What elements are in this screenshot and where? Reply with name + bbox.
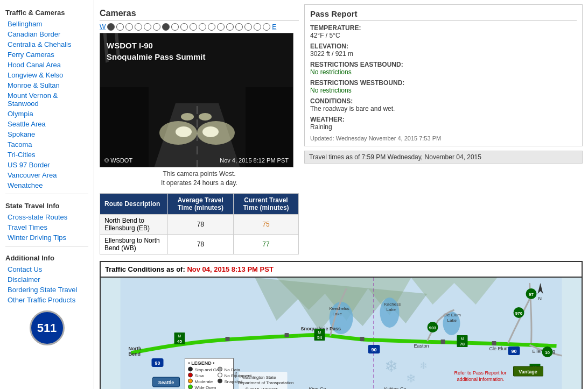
svg-text:Lake: Lake xyxy=(333,312,342,316)
camera-dot-17[interactable] xyxy=(254,23,261,31)
svg-point-87 xyxy=(188,379,193,383)
svg-text:Department of Transportation: Department of Transportation xyxy=(238,380,294,385)
svg-point-8 xyxy=(199,113,212,121)
svg-text:Cle Elum: Cle Elum xyxy=(444,313,461,317)
conditions-value: The roadway is bare and wet. xyxy=(310,105,577,112)
camera-copyright: © WSDOT xyxy=(104,157,132,164)
weather-label: WEATHER: xyxy=(310,116,577,123)
sidebar-item-seattle[interactable]: Seattle Area xyxy=(0,119,94,129)
restrictions-eb-label: RESTRICTIONS EASTBOUND: xyxy=(310,61,577,68)
svg-text:Bend: Bend xyxy=(129,351,141,357)
svg-text:• LEGEND •: • LEGEND • xyxy=(188,360,215,366)
logo-container: 511 xyxy=(0,310,94,345)
temp-label: TEMPERATURE: xyxy=(310,24,577,32)
svg-text:970: 970 xyxy=(515,311,523,316)
table-row: North Bend to Ellensburg (EB) 78 75 xyxy=(100,214,299,234)
svg-text:Keechelus: Keechelus xyxy=(330,306,349,311)
svg-text:903: 903 xyxy=(429,326,437,330)
camera-dot-10[interactable] xyxy=(190,23,197,31)
svg-point-7 xyxy=(181,113,194,121)
sidebar-item-bordering[interactable]: Bordering State Travel xyxy=(0,285,94,295)
svg-text:No Data: No Data xyxy=(225,367,241,372)
sidebar-item-olympia[interactable]: Olympia xyxy=(0,109,94,119)
svg-rect-23 xyxy=(492,341,496,345)
svg-text:90: 90 xyxy=(371,347,376,352)
traffic-map: Snoqualmie Pass North Bend Keechelus Lak… xyxy=(100,278,583,389)
svg-text:Lake: Lake xyxy=(447,318,457,323)
camera-dot-4[interactable] xyxy=(135,23,142,31)
sidebar-item-hood-canal[interactable]: Hood Canal Area xyxy=(0,60,94,70)
svg-text:Lake: Lake xyxy=(387,307,396,312)
traffic-conditions-section: Traffic Conditions as of: Nov 04, 2015 8… xyxy=(100,261,583,389)
sidebar-item-tacoma[interactable]: Tacoma xyxy=(0,139,94,150)
west-label[interactable]: W xyxy=(100,23,106,31)
sidebar-item-longview[interactable]: Longview & Kelso xyxy=(0,70,94,80)
camera-dot-16[interactable] xyxy=(244,23,252,31)
camera-dot-13[interactable] xyxy=(217,23,225,31)
camera-dot-12[interactable] xyxy=(208,23,215,31)
sidebar-item-winter-tips[interactable]: Winter Driving Tips xyxy=(0,232,94,243)
camera-dot-5[interactable] xyxy=(144,23,151,31)
camera-image: //// WSDOT I-90 Snoqualmie Pass Summit ©… xyxy=(100,33,293,167)
sidebar-item-us97[interactable]: US 97 Border xyxy=(0,160,94,170)
current-1: 75 xyxy=(234,214,299,234)
svg-point-85 xyxy=(188,373,193,377)
sidebar-item-monroe[interactable]: Monroe & Sultan xyxy=(0,80,94,90)
camera-dot-1[interactable] xyxy=(107,23,115,31)
sidebar-item-wenatchee[interactable]: Wenatchee xyxy=(0,180,94,190)
camera-dot-14[interactable] xyxy=(226,23,234,31)
camera-dot-2[interactable] xyxy=(116,23,124,31)
sidebar-item-vancouver[interactable]: Vancouver Area xyxy=(0,170,94,180)
sidebar-item-cross-state[interactable]: Cross-state Routes xyxy=(0,212,94,222)
svg-text:10: 10 xyxy=(545,350,550,355)
svg-point-91 xyxy=(218,367,222,371)
sidebar-item-canadian-border[interactable]: Canadian Border xyxy=(0,29,94,39)
sidebar-item-other-products[interactable]: Other Traffic Products xyxy=(0,295,94,305)
sidebar-item-spokane[interactable]: Spokane xyxy=(0,129,94,139)
avg-1: 78 xyxy=(167,214,233,234)
sidebar-item-ferry[interactable]: Ferry Cameras xyxy=(0,49,94,60)
svg-rect-10 xyxy=(100,87,149,167)
camera-dot-11[interactable] xyxy=(199,23,206,31)
sidebar-item-bellingham[interactable]: Bellingham xyxy=(0,19,94,29)
pass-report-panel: Pass Report TEMPERATURE: 42°F / 5°C ELEV… xyxy=(304,4,583,254)
table-col-avg: Average Travel Time (minutes) xyxy=(167,193,233,214)
sidebar-item-tri-cities[interactable]: Tri-Cities xyxy=(0,150,94,160)
map-svg: Snoqualmie Pass North Bend Keechelus Lak… xyxy=(101,278,582,389)
conditions-label: CONDITIONS: xyxy=(310,97,577,105)
svg-text:Stop and Go: Stop and Go xyxy=(195,367,219,372)
restrictions-eb-value: No restrictions xyxy=(310,68,577,76)
camera-dot-6[interactable] xyxy=(153,23,160,31)
sidebar-item-mount-vernon[interactable]: Mount Vernon & Stanwood xyxy=(0,90,94,109)
svg-text:❄: ❄ xyxy=(419,360,428,371)
sidebar-item-disclaimer[interactable]: Disclaimer xyxy=(0,274,94,285)
svg-point-83 xyxy=(188,367,193,371)
svg-text:Refer to Pass Report for: Refer to Pass Report for xyxy=(454,370,507,376)
table-col-current: Current Travel Time (minutes) xyxy=(234,193,299,214)
sidebar-item-centralia[interactable]: Centralia & Chehalis xyxy=(0,39,94,49)
svg-text:78: 78 xyxy=(460,342,465,346)
cameras-header: Cameras xyxy=(100,9,299,21)
restrictions-wb-label: RESTRICTIONS WESTBOUND: xyxy=(310,79,577,87)
cameras-panel: Cameras W xyxy=(100,4,299,254)
table-col-route: Route Description xyxy=(100,193,168,214)
camera-dot-9[interactable] xyxy=(180,23,188,31)
svg-text:❄: ❄ xyxy=(406,372,416,385)
east-label[interactable]: E xyxy=(272,23,276,31)
camera-dot-15[interactable] xyxy=(235,23,243,31)
top-section: Cameras W xyxy=(100,4,583,254)
logo-511: 511 xyxy=(30,310,65,345)
svg-text:North: North xyxy=(129,346,142,351)
sidebar-item-contact[interactable]: Contact Us xyxy=(0,264,94,274)
camera-dot-3[interactable] xyxy=(125,23,133,31)
sidebar-item-travel-times[interactable]: Travel Times xyxy=(0,222,94,232)
camera-dot-18[interactable] xyxy=(263,23,270,31)
svg-rect-20 xyxy=(285,333,289,337)
divider-2 xyxy=(5,246,88,246)
avg-2: 78 xyxy=(167,234,233,254)
svg-text:Moderate: Moderate xyxy=(195,379,213,384)
camera-dot-7[interactable] xyxy=(162,23,170,31)
camera-dot-8[interactable] xyxy=(171,23,179,31)
svg-text:N: N xyxy=(538,296,542,301)
camera-timestamp: Nov 4, 2015 8:12 PM PST xyxy=(220,157,289,164)
